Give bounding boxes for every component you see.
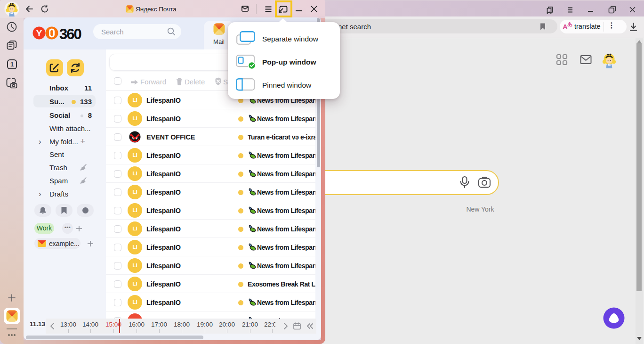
- svg-text:Y: Y: [36, 28, 42, 38]
